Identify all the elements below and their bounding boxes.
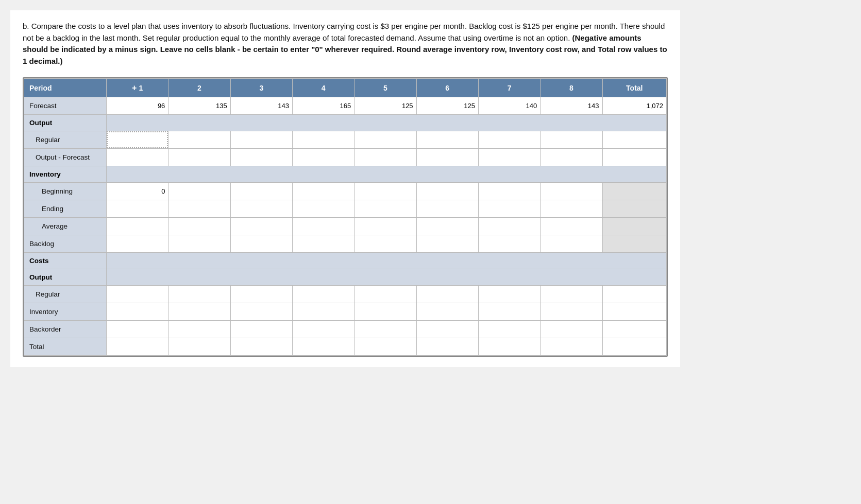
regular-p2-cell[interactable] (168, 131, 230, 149)
costsreg-p1-input[interactable] (107, 286, 168, 303)
costsinv-p8-input[interactable] (541, 303, 602, 320)
ending-p5-input[interactable] (354, 200, 416, 217)
regular-p8-cell[interactable] (541, 131, 602, 149)
ending-p5-cell[interactable] (354, 200, 416, 218)
costsback-p6-input[interactable] (417, 321, 478, 338)
average-p2-input[interactable] (168, 218, 230, 235)
total-p3-cell[interactable] (230, 338, 292, 356)
regular-p1-cell[interactable] (107, 131, 168, 149)
costsback-p1-cell[interactable] (107, 321, 168, 338)
beginning-p5-input[interactable] (354, 183, 416, 200)
beginning-p1-cell[interactable] (107, 183, 168, 200)
backlog-p5-input[interactable] (354, 235, 416, 252)
outforecast-p6-cell[interactable] (416, 149, 478, 166)
total-p7-input[interactable] (479, 338, 540, 355)
costsback-p5-input[interactable] (354, 321, 416, 338)
beginning-p2-cell[interactable] (168, 183, 230, 200)
ending-p8-cell[interactable] (541, 200, 602, 218)
outforecast-p6-input[interactable] (417, 149, 478, 166)
beginning-p4-cell[interactable] (292, 183, 354, 200)
ending-p3-cell[interactable] (230, 200, 292, 218)
backlog-p6-cell[interactable] (416, 235, 478, 253)
total-total-cell[interactable] (602, 338, 666, 356)
costsinv-p5-input[interactable] (354, 303, 416, 320)
costsreg-p5-cell[interactable] (354, 286, 416, 303)
costsback-p1-input[interactable] (107, 321, 168, 338)
outforecast-p1-input[interactable] (107, 149, 168, 166)
beginning-p4-input[interactable] (293, 183, 354, 200)
costsback-total-cell[interactable] (602, 321, 666, 338)
costsreg-p6-input[interactable] (417, 286, 478, 303)
ending-p2-input[interactable] (168, 200, 230, 217)
costsreg-p8-input[interactable] (541, 286, 602, 303)
regular-p7-input[interactable] (479, 131, 540, 148)
costsinv-total-input[interactable] (603, 303, 666, 320)
backlog-p6-input[interactable] (417, 235, 478, 252)
regular-p1-input[interactable] (107, 131, 168, 148)
average-p6-input[interactable] (417, 218, 478, 235)
ending-p6-cell[interactable] (416, 200, 478, 218)
total-p6-cell[interactable] (416, 338, 478, 356)
costsreg-total-input[interactable] (603, 286, 666, 303)
costsreg-total-cell[interactable] (602, 286, 666, 303)
total-p8-input[interactable] (541, 338, 602, 355)
costsreg-p1-cell[interactable] (107, 286, 168, 303)
costsinv-total-cell[interactable] (602, 303, 666, 321)
ending-p4-cell[interactable] (292, 200, 354, 218)
outforecast-total-cell[interactable] (602, 149, 666, 166)
costsreg-p8-cell[interactable] (541, 286, 602, 303)
costsback-p2-cell[interactable] (168, 321, 230, 338)
average-p7-input[interactable] (479, 218, 540, 235)
beginning-p2-input[interactable] (168, 183, 230, 200)
costsback-p3-input[interactable] (231, 321, 292, 338)
outforecast-p5-input[interactable] (354, 149, 416, 166)
costsback-p2-input[interactable] (168, 321, 230, 338)
total-p5-cell[interactable] (354, 338, 416, 356)
regular-p3-cell[interactable] (230, 131, 292, 149)
regular-p5-cell[interactable] (354, 131, 416, 149)
average-p5-input[interactable] (354, 218, 416, 235)
backlog-p1-input[interactable] (107, 235, 168, 252)
backlog-p3-input[interactable] (231, 235, 292, 252)
backlog-p2-input[interactable] (168, 235, 230, 252)
costsreg-p4-cell[interactable] (292, 286, 354, 303)
costsreg-p3-cell[interactable] (230, 286, 292, 303)
ending-p6-input[interactable] (417, 200, 478, 217)
average-p7-cell[interactable] (478, 218, 540, 235)
costsinv-p7-input[interactable] (479, 303, 540, 320)
costsback-p3-cell[interactable] (230, 321, 292, 338)
regular-p4-input[interactable] (293, 131, 354, 148)
average-p8-cell[interactable] (541, 218, 602, 235)
costsinv-p3-cell[interactable] (230, 303, 292, 321)
costsinv-p8-cell[interactable] (541, 303, 602, 321)
costsreg-p4-input[interactable] (293, 286, 354, 303)
costsreg-p2-input[interactable] (168, 286, 230, 303)
costsback-p4-cell[interactable] (292, 321, 354, 338)
costsreg-p6-cell[interactable] (416, 286, 478, 303)
costsinv-p6-input[interactable] (417, 303, 478, 320)
ending-p7-cell[interactable] (478, 200, 540, 218)
beginning-p6-input[interactable] (417, 183, 478, 200)
total-p4-cell[interactable] (292, 338, 354, 356)
backlog-p7-cell[interactable] (478, 235, 540, 253)
beginning-p7-cell[interactable] (478, 183, 540, 200)
beginning-p6-cell[interactable] (416, 183, 478, 200)
costsreg-p7-input[interactable] (479, 286, 540, 303)
beginning-p5-cell[interactable] (354, 183, 416, 200)
total-p3-input[interactable] (231, 338, 292, 355)
costsreg-p2-cell[interactable] (168, 286, 230, 303)
costsback-p7-input[interactable] (479, 321, 540, 338)
total-total-input[interactable] (603, 338, 666, 355)
outforecast-p7-cell[interactable] (478, 149, 540, 166)
total-p7-cell[interactable] (478, 338, 540, 356)
add-period-icon[interactable]: + (132, 83, 137, 93)
backlog-p8-cell[interactable] (541, 235, 602, 253)
ending-p3-input[interactable] (231, 200, 292, 217)
costsinv-p4-cell[interactable] (292, 303, 354, 321)
outforecast-p7-input[interactable] (479, 149, 540, 166)
costsback-total-input[interactable] (603, 321, 666, 338)
total-p1-input[interactable] (107, 338, 168, 355)
beginning-p3-cell[interactable] (230, 183, 292, 200)
costsreg-p5-input[interactable] (354, 286, 416, 303)
ending-p1-cell[interactable] (107, 200, 168, 218)
